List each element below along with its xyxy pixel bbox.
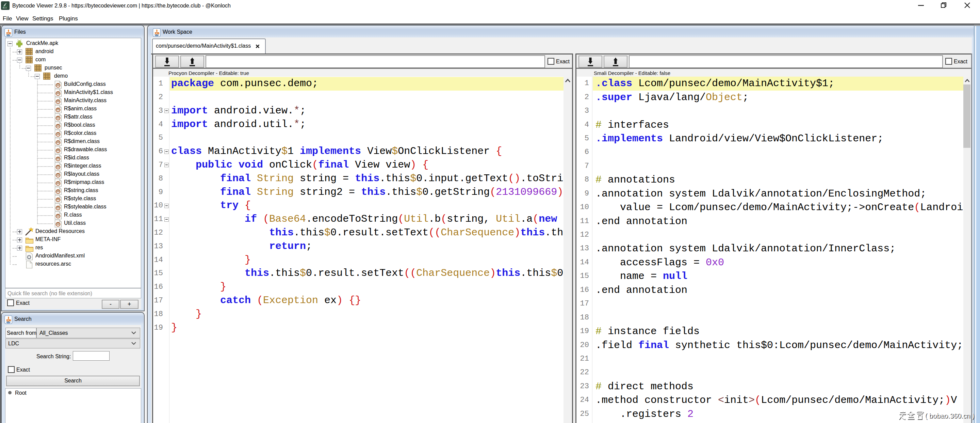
svg-text:BCV: BCV bbox=[3, 7, 7, 9]
svg-text:( bobao.360.cn ): ( bobao.360.cn ) bbox=[925, 412, 974, 419]
